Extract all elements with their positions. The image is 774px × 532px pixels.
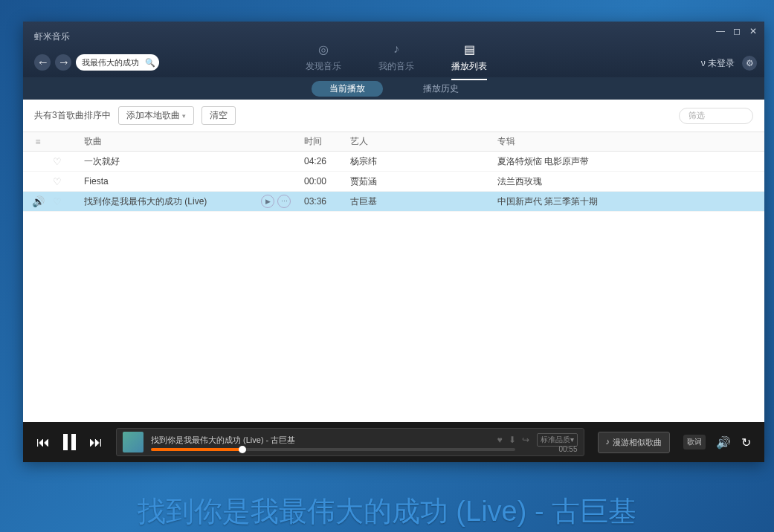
progress-bar[interactable] [151, 448, 515, 451]
back-button[interactable]: 🡐 [34, 54, 51, 71]
row-more-button[interactable]: ⋯ [277, 195, 291, 208]
lyrics-button[interactable]: 歌词 [683, 435, 706, 450]
cell-artist: 贾茹涵 [347, 175, 494, 188]
roam-button[interactable]: ♪漫游相似歌曲 [598, 432, 671, 453]
now-playing: 找到你是我最伟大的成功 (Live) - 古巨基 ♥ ⬇ ↪ 标准品质▾ 00:… [116, 428, 584, 456]
login-button[interactable]: ν 未登录 [701, 57, 735, 70]
progress-thumb[interactable] [239, 446, 246, 453]
elapsed-time: 00:55 [558, 445, 577, 453]
list-icon: ▤ [461, 41, 477, 57]
right-controls: ν 未登录 ⚙ [701, 56, 757, 71]
minimize-button[interactable]: — [715, 26, 726, 36]
table-row[interactable]: 🔊 ♡ 找到你是我最伟大的成功 (Live) ▶ ⋯ 03:36 古巨基 中国新… [23, 192, 764, 212]
cell-song: 找到你是我最伟大的成功 (Live) ▶ ⋯ [75, 195, 304, 208]
cell-time: 04:26 [304, 156, 347, 166]
next-button[interactable]: ⏭ [89, 435, 103, 450]
music-icon: ♪ [388, 41, 404, 57]
table-row[interactable]: ♡ 一次就好 04:26 杨宗纬 夏洛特烦恼 电影原声带 [23, 152, 764, 172]
filter-input[interactable]: 筛选 [679, 108, 753, 124]
cell-time: 00:00 [304, 176, 347, 186]
row-play-button[interactable]: ▶ [261, 195, 274, 208]
song-count-text: 共有3首歌曲排序中 [34, 109, 111, 122]
nav-row: 🡐 🡒 🔍 [34, 54, 159, 71]
search-box[interactable]: 🔍 [76, 54, 159, 71]
search-input[interactable] [82, 58, 145, 67]
heart-icon[interactable]: ♡ [53, 176, 62, 187]
cell-artist: 古巨基 [347, 195, 494, 208]
player-bar: ⏮ ⏭ 找到你是我最伟大的成功 (Live) - 古巨基 ♥ ⬇ ↪ 标准品质▾ [23, 422, 764, 462]
cell-song: Fiesta [75, 176, 304, 186]
table-body: ♡ 一次就好 04:26 杨宗纬 夏洛特烦恼 电影原声带 ♡ Fiesta 00… [23, 152, 764, 212]
album-art[interactable] [123, 432, 143, 452]
table-row[interactable]: ♡ Fiesta 00:00 贾茹涵 法兰西玫瑰 [23, 172, 764, 192]
app-window: 虾米音乐 — ◻ ✕ 🡐 🡒 🔍 ◎ 发现音乐 ♪ 我的音乐 ▤ [23, 22, 764, 462]
col-time[interactable]: 时间 [304, 135, 347, 148]
volume-icon[interactable]: 🔊 [716, 435, 731, 450]
app-title: 虾米音乐 [34, 30, 70, 43]
settings-button[interactable]: ⚙ [742, 56, 757, 71]
fav-icon[interactable]: ♥ [497, 435, 502, 445]
prev-button[interactable]: ⏮ [36, 435, 50, 450]
heart-icon[interactable]: ♡ [53, 196, 62, 207]
note-icon: ♪ [606, 437, 610, 448]
cell-album: 中国新声代 第三季第十期 [494, 195, 764, 208]
toolbar: 共有3首歌曲排序中 添加本地歌曲▾ 清空 筛选 [23, 100, 764, 132]
sub-tabbar: 当前播放 播放历史 [23, 77, 764, 100]
share-icon[interactable]: ↪ [522, 435, 529, 445]
tab-my-music[interactable]: ♪ 我的音乐 [378, 41, 414, 80]
repeat-icon[interactable]: ↻ [741, 435, 751, 450]
table-header: ≡ 歌曲 时间 艺人 专辑 [23, 132, 764, 152]
speaker-icon: 🔊 [32, 195, 45, 207]
player-right-icons: 歌词 🔊 ↻ [683, 435, 751, 450]
download-icon[interactable]: ⬇ [509, 435, 516, 445]
tab-discover[interactable]: ◎ 发现音乐 [306, 41, 341, 80]
gear-icon: ⚙ [746, 58, 754, 68]
window-controls: — ◻ ✕ [715, 26, 758, 36]
col-album[interactable]: 专辑 [494, 135, 764, 148]
close-button[interactable]: ✕ [748, 26, 758, 36]
clear-button[interactable]: 清空 [201, 106, 236, 125]
pause-button[interactable] [63, 434, 76, 450]
progress-fill [151, 448, 242, 451]
play-controls: ⏮ ⏭ [36, 434, 103, 450]
col-song[interactable]: 歌曲 [75, 135, 304, 148]
maximize-button[interactable]: ◻ [732, 26, 742, 36]
col-index[interactable]: ≡ [23, 137, 53, 147]
cell-song: 一次就好 [75, 155, 304, 168]
chevron-down-icon: ▾ [182, 112, 186, 120]
compass-icon: ◎ [315, 41, 332, 57]
subtab-history[interactable]: 播放历史 [405, 81, 477, 97]
subtab-current[interactable]: 当前播放 [312, 81, 383, 97]
add-local-button[interactable]: 添加本地歌曲▾ [118, 106, 194, 125]
center-tabs: ◎ 发现音乐 ♪ 我的音乐 ▤ 播放列表 [306, 41, 487, 80]
now-playing-title: 找到你是我最伟大的成功 (Live) - 古巨基 [151, 435, 295, 446]
cell-album: 法兰西玫瑰 [494, 175, 764, 188]
cell-artist: 杨宗纬 [347, 155, 494, 168]
cell-album: 夏洛特烦恼 电影原声带 [494, 155, 764, 168]
search-icon[interactable]: 🔍 [145, 58, 155, 68]
col-artist[interactable]: 艺人 [347, 135, 494, 148]
forward-button[interactable]: 🡒 [55, 54, 71, 71]
titlebar: 虾米音乐 — ◻ ✕ 🡐 🡒 🔍 ◎ 发现音乐 ♪ 我的音乐 ▤ [23, 22, 764, 77]
desktop-lyrics[interactable]: 找到你是我最伟大的成功 (Live) - 古巨基 [0, 493, 774, 531]
heart-icon[interactable]: ♡ [53, 156, 62, 167]
cell-time: 03:36 [304, 196, 347, 207]
tab-playlist[interactable]: ▤ 播放列表 [451, 41, 487, 80]
